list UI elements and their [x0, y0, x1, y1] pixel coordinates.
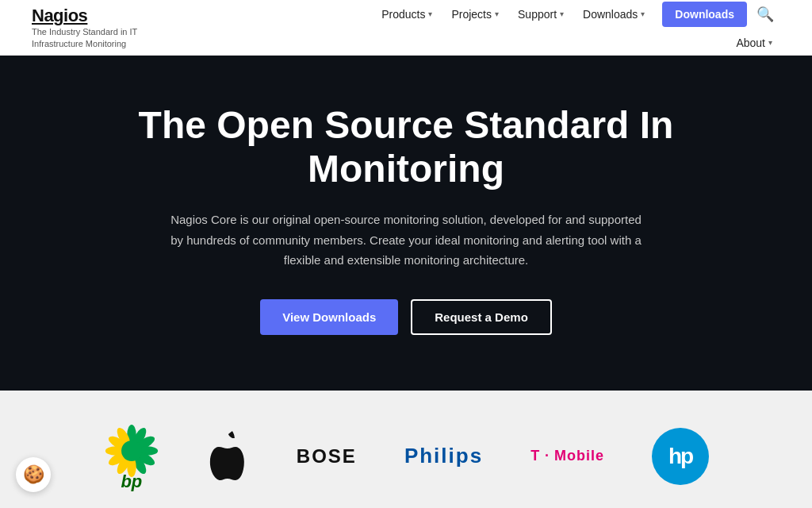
chevron-down-icon: ▾	[428, 10, 432, 18]
nav-projects[interactable]: Projects ▾	[443, 3, 507, 25]
logo-tagline: The Industry Standard in IT Infrastructu…	[32, 26, 182, 49]
chevron-down-icon: ▾	[495, 10, 499, 18]
logos-section: bp Bose Philips T · Mobile hp	[0, 391, 812, 508]
apple-logo	[208, 431, 249, 482]
hp-logo: hp	[652, 428, 709, 485]
bp-logo: bp	[103, 422, 160, 491]
logo-name[interactable]: Nagios	[32, 6, 182, 26]
cookie-icon: 🍪	[23, 464, 44, 485]
chevron-down-icon: ▾	[560, 10, 564, 18]
svg-point-12	[121, 441, 142, 461]
hero-description: Nagios Core is our original open-source …	[168, 210, 644, 271]
cookie-consent-badge[interactable]: 🍪	[16, 457, 51, 492]
tmobile-logo: T · Mobile	[530, 448, 604, 464]
logo-area: Nagios The Industry Standard in IT Infra…	[32, 6, 182, 49]
request-demo-button[interactable]: Request a Demo	[411, 299, 552, 335]
nav-area: Products ▾ Projects ▾ Support ▾ Download…	[373, 2, 780, 54]
view-downloads-button[interactable]: View Downloads	[260, 299, 398, 335]
nav-bottom: About ▾	[728, 32, 780, 54]
chevron-down-icon: ▾	[768, 38, 772, 47]
hero-title: The Open Source Standard In Monitoring	[136, 103, 676, 190]
hero-section: The Open Source Standard In Monitoring N…	[0, 56, 812, 391]
search-icon[interactable]: 🔍	[750, 2, 780, 26]
bp-text: bp	[121, 473, 142, 491]
bose-logo: Bose	[297, 445, 357, 468]
nav-downloads[interactable]: Downloads ▾	[575, 3, 653, 25]
philips-logo: Philips	[404, 444, 483, 468]
downloads-button[interactable]: Downloads	[662, 2, 747, 27]
nav-about[interactable]: About ▾	[728, 32, 780, 54]
nav-products[interactable]: Products ▾	[373, 3, 440, 25]
nav-support[interactable]: Support ▾	[510, 3, 572, 25]
nav-top: Products ▾ Projects ▾ Support ▾ Download…	[373, 2, 780, 27]
hero-buttons: View Downloads Request a Demo	[16, 299, 796, 335]
header: Nagios The Industry Standard in IT Infra…	[0, 0, 812, 56]
chevron-down-icon: ▾	[641, 10, 645, 18]
